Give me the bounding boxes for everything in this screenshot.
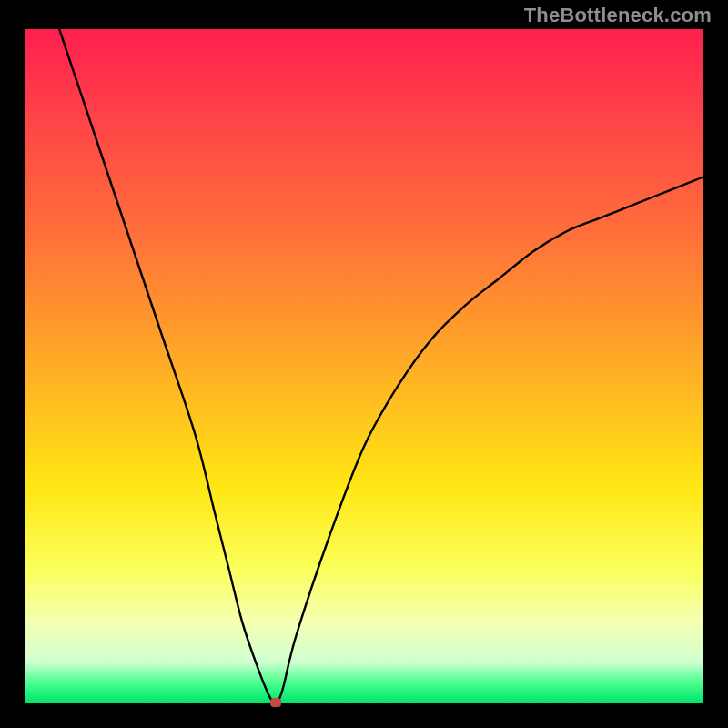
bottleneck-curve: [59, 29, 703, 703]
plot-area: [25, 29, 703, 703]
curve-layer: [25, 29, 703, 703]
attribution-label: TheBottleneck.com: [524, 4, 712, 27]
chart-frame: TheBottleneck.com: [0, 0, 728, 728]
optimal-marker: [270, 698, 281, 707]
